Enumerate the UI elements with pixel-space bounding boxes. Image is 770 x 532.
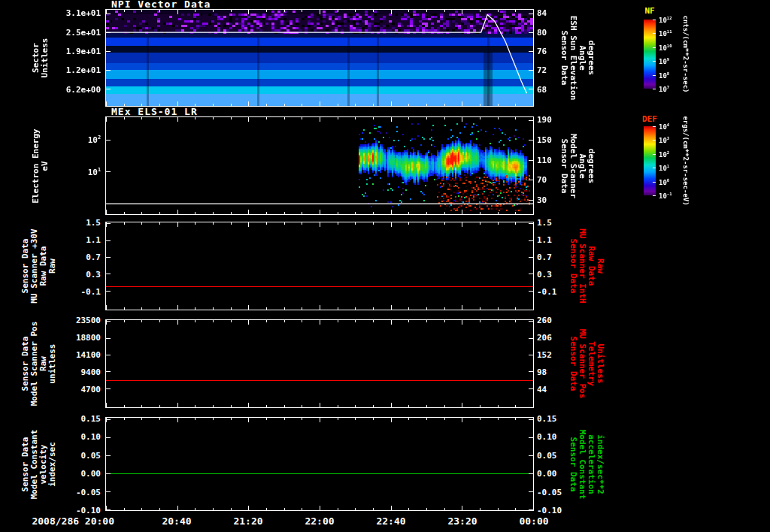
x-tick-mark bbox=[426, 212, 427, 214]
colorbar-tick-mark bbox=[653, 195, 656, 196]
data-line-model-constant-velocity bbox=[106, 473, 533, 474]
data-line-mu-scanner-raw bbox=[106, 286, 533, 287]
x-tick-mark bbox=[373, 320, 374, 322]
x-tick-mark bbox=[195, 405, 196, 407]
y-tick-mark bbox=[106, 32, 111, 33]
x-tick-mark bbox=[159, 104, 160, 106]
colorbar-tick-mark bbox=[653, 33, 656, 34]
x-tick-mark bbox=[515, 117, 516, 119]
y-tick-label: 1.1 bbox=[56, 235, 101, 245]
y2-tick-label: 0.15 bbox=[537, 414, 571, 424]
panel-model-constant-velocity bbox=[105, 417, 534, 511]
x-tick-mark bbox=[391, 320, 392, 325]
x-tick-mark bbox=[462, 210, 462, 214]
x-tick-mark bbox=[480, 508, 480, 510]
panel-npi-spectrogram bbox=[105, 9, 534, 107]
x-tick-mark bbox=[213, 405, 214, 407]
x-tick-mark bbox=[373, 104, 374, 106]
x-tick-mark bbox=[533, 101, 534, 106]
y2-tick-label: 98 bbox=[537, 367, 571, 377]
x-tick-mark bbox=[213, 508, 214, 510]
x-tick-mark bbox=[391, 101, 392, 106]
x-tick-mark bbox=[533, 117, 534, 122]
x-tick-mark bbox=[480, 117, 480, 119]
y-tick-mark bbox=[106, 291, 111, 292]
x-tick-mark bbox=[373, 405, 374, 407]
x-tick-mark bbox=[391, 10, 392, 14]
x-tick-mark bbox=[408, 222, 409, 225]
x-tick-mark bbox=[302, 508, 302, 510]
y-tick-label: 0.00 bbox=[56, 469, 101, 479]
x-tick-mark bbox=[302, 212, 302, 214]
colorbar-tick-label: 102 bbox=[659, 150, 669, 159]
colorbar-tick-mark bbox=[653, 154, 656, 155]
y-tick-label: 0.10 bbox=[56, 432, 101, 442]
colorbar-tick-mark bbox=[653, 89, 656, 89]
colorbar-tick-label: 100 bbox=[659, 178, 669, 186]
npi-spectrogram-canvas bbox=[106, 10, 533, 106]
x-tick-mark bbox=[177, 10, 178, 14]
x-tick-mark bbox=[284, 320, 285, 322]
x-tick-mark bbox=[355, 117, 356, 119]
colorbar-tick-mark bbox=[653, 47, 656, 48]
x-tick-mark bbox=[338, 405, 338, 407]
x-tick-mark bbox=[373, 307, 374, 310]
x-tick-label: 00:00 bbox=[510, 515, 558, 527]
axis-label-line: MU Scanner IntH bbox=[578, 228, 587, 303]
x-tick-mark bbox=[444, 320, 445, 322]
els-spectrogram-canvas bbox=[106, 117, 533, 214]
x-tick-mark bbox=[515, 104, 516, 106]
x-tick-mark bbox=[124, 104, 125, 106]
y-tick-mark bbox=[106, 509, 111, 510]
y-tick-mark bbox=[529, 160, 533, 161]
colorbar-tick-label: 101 bbox=[659, 164, 669, 172]
x-tick-mark bbox=[498, 212, 499, 214]
axis-label-right-npi-spectrogram: degreesAngleESH Sun ElevationSensor Data bbox=[559, 16, 596, 101]
x-tick-mark bbox=[462, 320, 462, 325]
x-tick-mark bbox=[141, 320, 142, 322]
x-tick-mark bbox=[444, 10, 445, 12]
y-tick-label: 9400 bbox=[56, 367, 101, 377]
x-tick-mark bbox=[533, 320, 534, 325]
y2-tick-label: 206 bbox=[537, 333, 571, 343]
x-tick-label: 21:20 bbox=[224, 515, 272, 527]
colorbar-tick-label: 107 bbox=[659, 85, 669, 93]
y-tick-label: 23500 bbox=[56, 316, 101, 325]
axis-label-line: Telemetry bbox=[587, 329, 596, 399]
x-tick-mark bbox=[248, 418, 249, 422]
axis-label-line: cnts/(cm**2-sr-sec) bbox=[681, 16, 690, 93]
x-tick-mark bbox=[444, 418, 445, 420]
colorbar-tick-mark bbox=[653, 182, 656, 183]
x-tick-mark bbox=[462, 305, 462, 310]
x-tick-mark bbox=[248, 101, 249, 106]
x-tick-mark bbox=[373, 418, 374, 420]
x-tick-mark bbox=[177, 506, 178, 510]
x-tick-mark bbox=[159, 212, 160, 214]
y2-tick-label: 152 bbox=[537, 350, 571, 360]
x-tick-mark bbox=[141, 405, 142, 407]
y-tick-mark bbox=[106, 371, 111, 372]
colorbar-tick-label: 104 bbox=[659, 122, 669, 131]
x-tick-mark bbox=[462, 117, 462, 122]
x-tick-mark bbox=[177, 222, 178, 227]
x-tick-mark bbox=[391, 418, 392, 422]
x-tick-mark bbox=[106, 101, 107, 106]
axis-label-line: Model Scanner bbox=[568, 133, 578, 198]
y-tick-mark bbox=[106, 14, 111, 14]
axis-label-left-model-scanner-pos: Sensor DataModel Scanner PosRawunitless bbox=[21, 322, 57, 407]
x-tick-mark bbox=[320, 418, 320, 422]
y-tick-mark bbox=[106, 419, 111, 420]
x-tick-mark bbox=[177, 418, 178, 422]
y-tick-mark bbox=[106, 240, 111, 241]
axis-label-line: index/sec bbox=[48, 429, 57, 499]
x-tick-label: 20:40 bbox=[153, 515, 201, 527]
x-tick-mark bbox=[444, 307, 445, 310]
y2-tick-label: 1.1 bbox=[537, 235, 571, 245]
colorbar-tick-label: 103 bbox=[659, 136, 669, 144]
x-tick-mark bbox=[195, 117, 196, 119]
x-tick-mark bbox=[141, 212, 142, 214]
x-tick-mark bbox=[284, 405, 285, 407]
x-tick-mark bbox=[106, 305, 107, 310]
axis-label-line: Sensor Data bbox=[568, 429, 578, 499]
y-tick-label: 2.5e+01 bbox=[56, 28, 101, 38]
